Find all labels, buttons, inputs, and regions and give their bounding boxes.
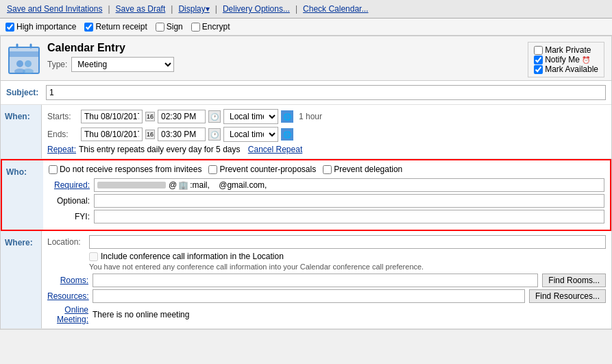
where-label: Where: — [1, 231, 42, 328]
ends-date-picker-button[interactable]: 16 — [145, 130, 155, 139]
who-label: Who: — [2, 160, 43, 230]
required-sublabel: Required: — [49, 180, 90, 190]
fyi-sublabel: FYI: — [49, 212, 90, 221]
save-send-invitations-button[interactable]: Save and Send Invitations — [4, 3, 105, 15]
optional-text: Optional: — [57, 196, 90, 206]
toolbar: Save and Send Invitations | Save as Draf… — [0, 0, 612, 19]
subject-input[interactable] — [46, 85, 606, 100]
svg-point-5 — [16, 60, 23, 67]
required-link[interactable]: Required: — [54, 180, 90, 190]
rooms-link[interactable]: Rooms: — [60, 276, 88, 285]
encrypt-label: Encrypt — [202, 22, 230, 32]
starts-date-input[interactable] — [81, 110, 143, 123]
rooms-input[interactable] — [93, 274, 538, 287]
location-input[interactable] — [89, 235, 606, 249]
resources-input[interactable] — [93, 289, 525, 303]
include-conference-label: Include conference call information in t… — [101, 252, 284, 261]
encrypt-checkbox[interactable] — [191, 23, 200, 32]
mark-private-label[interactable]: Mark Private — [534, 45, 598, 55]
notify-me-text: Notify Me — [545, 55, 580, 64]
who-content: Do not receive responses from invitees P… — [43, 160, 610, 230]
save-draft-button[interactable]: Save as Draft — [113, 3, 169, 15]
prevent-counter-checkbox[interactable] — [208, 165, 217, 174]
starts-time-input[interactable] — [158, 110, 206, 123]
delivery-options-button[interactable]: Delivery Options... — [220, 3, 293, 15]
conference-checkbox-row: Include conference call information in t… — [89, 252, 606, 261]
svg-rect-2 — [9, 51, 39, 57]
fyi-text: FYI: — [75, 212, 90, 221]
type-select[interactable]: Meeting Appointment Reminder Event Anniv… — [71, 57, 174, 72]
notify-me-label[interactable]: Notify Me ⏰ — [534, 55, 598, 64]
starts-row: Starts: 16 🕐 Local time 🌐 1 hour — [47, 109, 606, 124]
return-receipt-checkbox-label[interactable]: Return receipt — [84, 22, 147, 32]
resources-link[interactable]: Resources: — [47, 291, 89, 301]
subject-row: Subject: — [1, 81, 611, 105]
find-rooms-button[interactable]: Find Rooms... — [542, 274, 606, 287]
prevent-delegation-checkbox[interactable] — [323, 165, 332, 174]
ends-time-picker-button[interactable]: 🕐 — [208, 128, 221, 141]
notify-me-checkbox[interactable] — [534, 56, 543, 64]
when-section: When: Starts: 16 🕐 Local time 🌐 1 hour E… — [1, 105, 611, 159]
prevent-counter-text: Prevent counter-proposals — [219, 165, 316, 174]
starts-tz-icon-button[interactable]: 🌐 — [281, 110, 293, 123]
required-email-suffix: :mail, — [190, 180, 219, 190]
who-options: Do not receive responses from invitees P… — [49, 165, 604, 174]
when-content: Starts: 16 🕐 Local time 🌐 1 hour Ends: 1… — [42, 105, 611, 158]
main-content: Calendar Entry Type: Meeting Appointment… — [0, 36, 612, 330]
no-responses-checkbox[interactable] — [49, 165, 58, 174]
calendar-icon — [8, 42, 40, 75]
starts-date-picker-button[interactable]: 16 — [145, 112, 155, 121]
sign-checkbox-label[interactable]: Sign — [156, 22, 183, 32]
ends-time-input[interactable] — [158, 128, 206, 141]
resources-row: Resources: Find Resources... — [47, 289, 606, 303]
location-label: Location: — [47, 237, 85, 247]
svg-point-6 — [25, 60, 32, 67]
return-receipt-checkbox[interactable] — [84, 23, 93, 32]
sep2: | — [171, 4, 173, 14]
fyi-input[interactable] — [94, 210, 604, 223]
ends-tz-select[interactable]: Local time — [223, 127, 278, 142]
alarm-icon: ⏰ — [582, 56, 590, 64]
ends-tz-icon-button[interactable]: 🌐 — [281, 128, 293, 141]
display-menu-button[interactable]: Display▾ — [175, 3, 212, 15]
optional-input[interactable] — [94, 194, 604, 208]
prevent-delegation-label[interactable]: Prevent delegation — [323, 165, 402, 174]
repeat-text: This entry repeats daily every day for 5… — [79, 145, 240, 154]
no-responses-text: Do not receive responses from invitees — [60, 165, 201, 174]
required-value-field[interactable]: @ 🏢 :mail, @gmail.com, — [94, 178, 604, 192]
cancel-repeat-link[interactable]: Cancel Repeat — [248, 145, 302, 154]
high-importance-checkbox-label[interactable]: High importance — [5, 22, 76, 32]
repeat-link[interactable]: Repeat: — [47, 145, 76, 154]
mark-private-checkbox[interactable] — [534, 46, 543, 55]
starts-tz-select[interactable]: Local time — [223, 109, 278, 124]
no-responses-label[interactable]: Do not receive responses from invitees — [49, 165, 201, 174]
starts-time-picker-button[interactable]: 🕐 — [208, 110, 221, 123]
rooms-label: Rooms: — [47, 276, 88, 285]
find-resources-button[interactable]: Find Resources... — [529, 289, 606, 303]
prevent-counter-label[interactable]: Prevent counter-proposals — [208, 165, 316, 174]
high-importance-checkbox[interactable] — [5, 23, 14, 32]
ends-row: Ends: 16 🕐 Local time 🌐 — [47, 127, 606, 142]
location-row: Location: — [47, 235, 606, 249]
required-at-symbol: @ — [169, 180, 177, 190]
header-info: Calendar Entry Type: Meeting Appointment… — [47, 42, 604, 72]
mark-available-label[interactable]: Mark Available — [534, 64, 598, 74]
resources-label: Resources: — [47, 291, 88, 301]
repeat-row: Repeat: This entry repeats daily every d… — [47, 145, 606, 154]
when-label: When: — [1, 105, 42, 158]
online-meeting-link[interactable]: Online Meeting: — [57, 305, 88, 324]
check-calendar-button[interactable]: Check Calendar... — [300, 3, 371, 15]
mark-available-checkbox[interactable] — [534, 65, 543, 74]
subject-label: Subject: — [6, 88, 42, 97]
encrypt-checkbox-label[interactable]: Encrypt — [191, 22, 230, 32]
ends-label: Ends: — [47, 130, 78, 139]
sign-checkbox[interactable] — [156, 23, 164, 32]
where-content: Location: Include conference call inform… — [42, 231, 611, 328]
page-title: Calendar Entry — [47, 42, 604, 54]
mark-private-text: Mark Private — [545, 45, 591, 55]
duration-label: 1 hour — [299, 112, 322, 121]
prevent-delegation-text: Prevent delegation — [334, 165, 402, 174]
ends-date-input[interactable] — [81, 128, 143, 141]
header-area: Calendar Entry Type: Meeting Appointment… — [1, 36, 611, 81]
mark-available-text: Mark Available — [545, 64, 598, 74]
